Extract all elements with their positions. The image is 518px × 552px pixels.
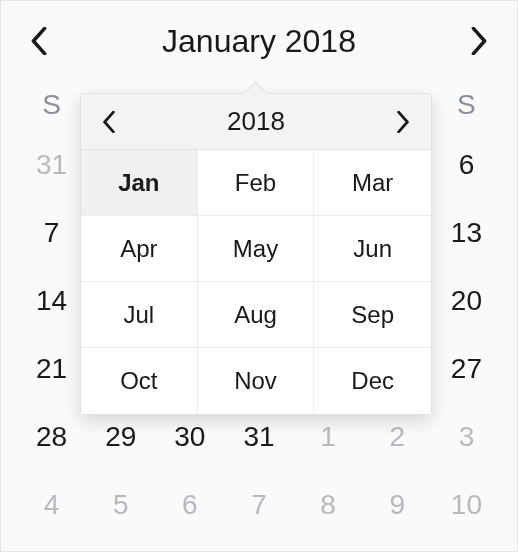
day-cell[interactable]: 27 [432,335,501,403]
week-row: 45678910 [17,471,501,539]
year-label[interactable]: 2018 [227,106,285,137]
next-month-button[interactable] [457,19,501,63]
month-option-mar[interactable]: Mar [314,150,431,216]
chevron-right-icon [396,111,410,133]
next-year-button[interactable] [383,102,423,142]
month-option-dec[interactable]: Dec [314,348,431,414]
day-cell[interactable]: 20 [432,267,501,335]
day-cell[interactable]: 9 [363,471,432,539]
day-cell[interactable]: 14 [17,267,86,335]
weekday-label: S [432,79,501,131]
day-cell[interactable]: 21 [17,335,86,403]
month-option-oct[interactable]: Oct [81,348,198,414]
month-option-jul[interactable]: Jul [81,282,198,348]
day-cell[interactable]: 5 [86,471,155,539]
prev-month-button[interactable] [17,19,61,63]
month-option-feb[interactable]: Feb [198,150,315,216]
calendar: January 2018 S M T W T F S 3112345678910… [0,0,518,552]
month-option-jun[interactable]: Jun [314,216,431,282]
month-option-sep[interactable]: Sep [314,282,431,348]
month-option-jan[interactable]: Jan [81,150,198,216]
day-cell[interactable]: 3 [432,403,501,471]
day-cell[interactable]: 4 [17,471,86,539]
chevron-right-icon [470,27,488,55]
month-option-may[interactable]: May [198,216,315,282]
month-picker-header: 2018 [81,94,431,150]
chevron-left-icon [30,27,48,55]
day-cell[interactable]: 31 [17,131,86,199]
calendar-title[interactable]: January 2018 [162,23,356,60]
weekday-label: S [17,79,86,131]
day-cell[interactable]: 8 [294,471,363,539]
day-cell[interactable]: 28 [17,403,86,471]
day-cell[interactable]: 10 [432,471,501,539]
day-cell[interactable]: 7 [17,199,86,267]
month-option-apr[interactable]: Apr [81,216,198,282]
month-option-nov[interactable]: Nov [198,348,315,414]
month-option-aug[interactable]: Aug [198,282,315,348]
month-grid: JanFebMarAprMayJunJulAugSepOctNovDec [81,150,431,414]
day-cell[interactable]: 7 [224,471,293,539]
calendar-header: January 2018 [17,9,501,73]
day-cell[interactable]: 6 [432,131,501,199]
day-cell[interactable]: 6 [155,471,224,539]
day-cell[interactable]: 13 [432,199,501,267]
month-picker-popover: 2018 JanFebMarAprMayJunJulAugSepOctNovDe… [80,93,432,415]
chevron-left-icon [102,111,116,133]
prev-year-button[interactable] [89,102,129,142]
